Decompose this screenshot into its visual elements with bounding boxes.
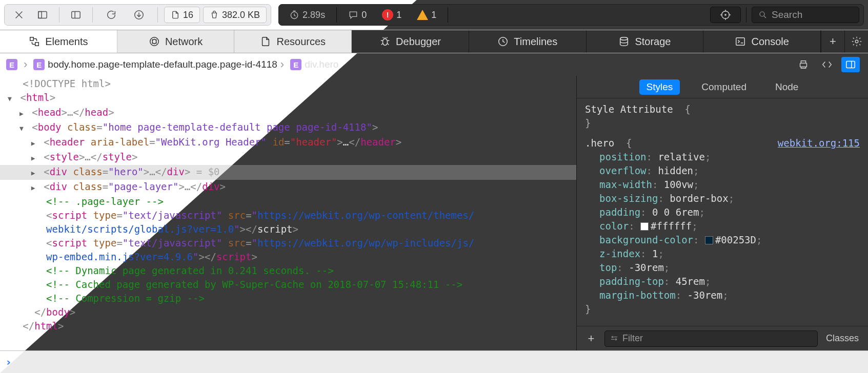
styles-rules[interactable]: Style Attribute {} .hero { webkit.org:11…	[577, 98, 868, 326]
dom-line[interactable]: <script type="text/javascript" src="http…	[0, 209, 576, 222]
new-rule-button[interactable]: +	[583, 330, 599, 347]
disclosure-toggle[interactable]: ▶	[29, 166, 38, 180]
errors-metric[interactable]: ! 1	[376, 7, 408, 23]
rule-header[interactable]: .hero { webkit.org:115	[585, 136, 860, 150]
search-input[interactable]: Search	[752, 7, 859, 23]
svg-rect-14	[30, 37, 33, 40]
style-attribute-block[interactable]: Style Attribute {}	[585, 102, 860, 130]
messages-count: 0	[361, 10, 367, 20]
tab-storage[interactable]: Storage	[587, 30, 704, 53]
top-toolbar: 16 382.0 KB 2.89s 0 ! 1 1	[0, 0, 868, 30]
selected-element-badge[interactable]: E	[290, 59, 301, 70]
dom-line[interactable]: ▼ <html>	[0, 91, 576, 106]
disclosure-toggle[interactable]: ▶	[29, 151, 38, 165]
chevron-right-icon: ›	[24, 58, 27, 71]
tab-debugger[interactable]: Debugger	[352, 30, 469, 53]
styles-filter-input[interactable]: Filter	[604, 330, 818, 347]
warnings-metric[interactable]: 1	[411, 7, 442, 23]
rule-source-link[interactable]: webkit.org:115	[778, 136, 860, 150]
tab-timelines[interactable]: Timelines	[469, 30, 587, 53]
css-declaration[interactable]: color: #ffffff;	[585, 219, 860, 233]
css-declaration[interactable]: overflow: hidden;	[585, 164, 860, 178]
timelines-icon	[497, 36, 509, 47]
main-area: <!DOCTYPE html> ▼ <html> ▶ <head>…</head…	[0, 76, 868, 350]
tab-resources[interactable]: Resources	[234, 30, 352, 53]
transfer-size-value: 382.0 KB	[222, 10, 260, 20]
dom-line[interactable]: <!DOCTYPE html>	[0, 77, 576, 91]
styles-subtab-node[interactable]: Node	[768, 79, 805, 95]
css-declaration[interactable]: z-index: 1;	[585, 247, 860, 261]
new-tab-button[interactable]: +	[821, 30, 844, 53]
css-declaration[interactable]: margin-bottom: -30rem;	[585, 288, 860, 302]
dom-line[interactable]: </body>	[0, 305, 576, 319]
dom-line[interactable]: ▶ <header aria-label="WebKit.org Header"…	[0, 135, 576, 150]
download-button[interactable]	[127, 7, 151, 23]
storage-icon	[618, 36, 630, 47]
breadcrumb-body-path[interactable]: body.home.page-template-default.page.pag…	[48, 59, 277, 70]
dom-tree[interactable]: <!DOCTYPE html> ▼ <html> ▶ <head>…</head…	[0, 76, 576, 350]
console-prompt-icon: ›	[5, 356, 12, 368]
dom-line[interactable]: <script type="text/javascript" src="http…	[0, 236, 576, 250]
disclosure-toggle[interactable]: ▶	[29, 181, 38, 195]
dom-line[interactable]: webkit/scripts/global.js?ver=1.0"></scri…	[0, 222, 576, 236]
dom-line[interactable]: <!-- .page-layer -->	[0, 195, 576, 209]
file-count-value: 16	[183, 10, 193, 20]
styles-sidebar: Styles Computed Node Style Attribute {} …	[576, 76, 868, 350]
tab-timelines-label: Timelines	[514, 36, 557, 48]
reload-button[interactable]	[99, 7, 124, 23]
disclosure-toggle[interactable]: ▼	[5, 92, 14, 106]
disclosure-toggle[interactable]: ▶	[17, 107, 26, 120]
svg-rect-22	[800, 63, 807, 67]
rule-selector[interactable]: .hero	[585, 136, 614, 150]
dom-line[interactable]: <!-- Cached page generated by WP-Super-C…	[0, 278, 576, 292]
dom-line[interactable]: ▶ <head>…</head>	[0, 106, 576, 120]
inspect-element-button[interactable]	[710, 7, 741, 23]
css-declaration[interactable]: max-width: 100vw;	[585, 178, 860, 192]
styles-subtab-computed[interactable]: Computed	[694, 79, 754, 95]
breadcrumb: E › E body.home.page-template-default.pa…	[0, 53, 868, 76]
css-declaration[interactable]: padding: 0 0 6rem;	[585, 205, 860, 219]
dom-line[interactable]: <!-- Dynamic page generated in 0.241 sec…	[0, 264, 576, 278]
disclosure-toggle[interactable]: ▶	[29, 136, 38, 150]
dom-line-selected[interactable]: ▶ <div class="hero">…</div> = $0	[0, 165, 576, 180]
dom-line[interactable]: </html>	[0, 319, 576, 333]
print-styles-button[interactable]	[794, 57, 813, 72]
error-icon: !	[382, 9, 393, 20]
sidebar-toggle-button[interactable]	[66, 7, 86, 23]
console-prompt-bar[interactable]: ›	[0, 350, 868, 373]
dom-line[interactable]: <!-- Compression = gzip -->	[0, 292, 576, 305]
dock-left-button[interactable]	[32, 7, 53, 23]
styles-subtab-styles[interactable]: Styles	[639, 79, 680, 95]
breadcrumb-tools	[794, 57, 865, 72]
breadcrumb-selected[interactable]: div.hero	[305, 59, 338, 70]
tab-resources-label: Resources	[276, 36, 326, 48]
classes-toggle[interactable]: Classes	[823, 333, 862, 344]
tab-elements[interactable]: Elements	[0, 30, 117, 53]
svg-line-13	[764, 16, 766, 18]
body-element-badge[interactable]: E	[33, 59, 45, 70]
warning-icon	[417, 10, 428, 20]
disclosure-toggle[interactable]: ▼	[17, 121, 26, 135]
css-declaration[interactable]: padding-top: 45rem;	[585, 275, 860, 288]
styles-subtabs: Styles Computed Node	[577, 76, 868, 98]
css-declaration[interactable]: top: -30rem;	[585, 261, 860, 275]
tab-console[interactable]: Console	[703, 30, 821, 53]
svg-point-27	[615, 339, 617, 340]
code-toggle-button[interactable]	[818, 57, 836, 72]
messages-metric[interactable]: 0	[342, 7, 373, 23]
settings-gear-button[interactable]	[844, 30, 868, 53]
dom-line[interactable]: wp-embed.min.js?ver=4.9.6"></script>	[0, 250, 576, 264]
css-declaration[interactable]: box-sizing: border-box;	[585, 192, 860, 205]
search-placeholder: Search	[772, 9, 802, 20]
errors-count: 1	[396, 10, 401, 20]
root-element-badge[interactable]: E	[6, 59, 17, 70]
dom-line[interactable]: ▼ <body class="home page-template-defaul…	[0, 120, 576, 135]
css-declaration[interactable]: background-color: #00253D;	[585, 233, 860, 247]
dom-line[interactable]: ▶ <div class="page-layer">…</div>	[0, 180, 576, 195]
tab-network[interactable]: Network	[117, 30, 235, 53]
css-declaration[interactable]: position: relative;	[585, 150, 860, 164]
dom-line[interactable]: ▶ <style>…</style>	[0, 150, 576, 165]
filter-placeholder: Filter	[622, 333, 643, 344]
details-sidebar-toggle[interactable]	[841, 57, 860, 72]
close-button[interactable]	[9, 7, 29, 23]
